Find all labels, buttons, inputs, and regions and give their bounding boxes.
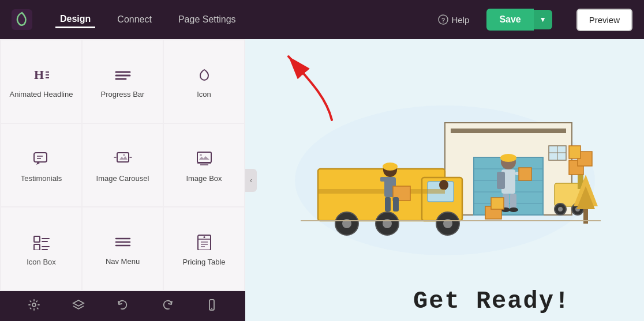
help-button[interactable]: ? Help [438,14,470,25]
svg-point-73 [383,163,398,171]
widget-animated-headline-label: Animated Headline [10,90,73,100]
widget-nav-menu[interactable]: Nav Menu [83,207,163,290]
get-ready-text: Get Ready! [413,288,570,315]
main-area: H Animated Headline Prog [0,39,644,321]
widget-animated-headline[interactable]: H Animated Headline [1,40,81,123]
svg-text:H: H [34,67,44,82]
svg-rect-80 [497,172,505,189]
layers-icon[interactable] [72,299,85,314]
svg-rect-82 [519,168,531,180]
svg-rect-69 [318,189,445,194]
icon-widget-icon [196,67,212,85]
svg-rect-88 [491,198,504,209]
nav-tab-connect[interactable]: Connect [113,12,156,27]
widget-testimonials[interactable]: Testimonials [1,124,81,206]
svg-rect-13 [117,153,129,162]
widget-testimonials-label: Testimonials [21,174,62,184]
svg-rect-75 [385,197,391,212]
svg-point-16 [200,154,202,156]
svg-point-30 [203,236,205,238]
svg-point-14 [123,154,125,156]
nav-tab-page-settings[interactable]: Page Settings [174,12,241,27]
icon-box-icon [33,234,50,253]
help-label: Help [452,15,470,25]
progress-bar-icon [114,67,132,85]
svg-rect-40 [451,129,566,133]
redo-icon[interactable] [161,299,174,314]
widget-progress-bar[interactable]: Progress Bar [83,40,163,123]
svg-rect-15 [197,152,211,163]
widgets-grid: H Animated Headline Prog [0,39,245,291]
testimonials-icon [33,150,50,169]
save-button[interactable]: Save [486,9,533,31]
svg-rect-22 [34,244,40,250]
delivery-scene [283,100,606,261]
animated-headline-icon: H [33,67,50,85]
svg-point-86 [509,207,518,212]
widget-image-carousel-label: Image Carousel [96,174,149,184]
widget-progress-bar-label: Progress Bar [101,90,145,100]
widget-pricing-table-label: Pricing Table [182,258,225,267]
svg-point-54 [558,207,563,212]
widget-icon-box-label: Icon Box [27,258,56,267]
preview-button[interactable]: Preview [576,9,632,31]
svg-point-36 [211,308,212,309]
svg-point-34 [32,303,36,307]
svg-rect-84 [510,194,516,210]
widget-icon[interactable]: Icon [164,40,244,123]
illustration-area: Get Ready! [245,39,644,321]
right-content: ‹ [245,39,644,321]
widget-image-box[interactable]: Image Box [164,124,244,206]
widget-image-carousel[interactable]: Image Carousel [83,124,163,206]
undo-icon[interactable] [117,299,129,314]
widget-pricing-table[interactable]: Pricing Table [164,207,244,290]
svg-point-62 [439,180,448,190]
save-group: Save ▼ [486,9,552,31]
widget-nav-menu-label: Nav Menu [106,257,140,267]
nav-tab-design[interactable]: Design [55,12,95,28]
svg-rect-19 [34,236,40,242]
help-circle-icon: ? [438,14,448,25]
left-panel: H Animated Headline Prog [0,39,245,321]
widget-icon-box[interactable]: Icon Box [1,207,81,290]
logo-icon [12,9,32,30]
top-nav: Design Connect Page Settings ? Help Save… [0,0,644,39]
mobile-icon[interactable] [205,299,218,314]
settings-icon[interactable] [28,299,40,314]
panel-collapse-button[interactable]: ‹ [245,169,257,192]
svg-rect-58 [569,146,581,158]
svg-point-78 [500,154,516,162]
widget-icon-label: Icon [197,90,211,100]
svg-rect-72 [380,177,388,182]
pricing-table-icon [196,234,213,253]
svg-text:?: ? [441,17,445,24]
image-carousel-icon [114,150,132,169]
save-dropdown-button[interactable]: ▼ [534,10,552,29]
nav-menu-icon [114,235,132,252]
widget-image-box-label: Image Box [186,174,222,184]
image-box-icon [196,150,213,169]
bottom-toolbar [0,291,245,321]
svg-rect-10 [34,153,47,162]
svg-rect-76 [393,197,399,212]
